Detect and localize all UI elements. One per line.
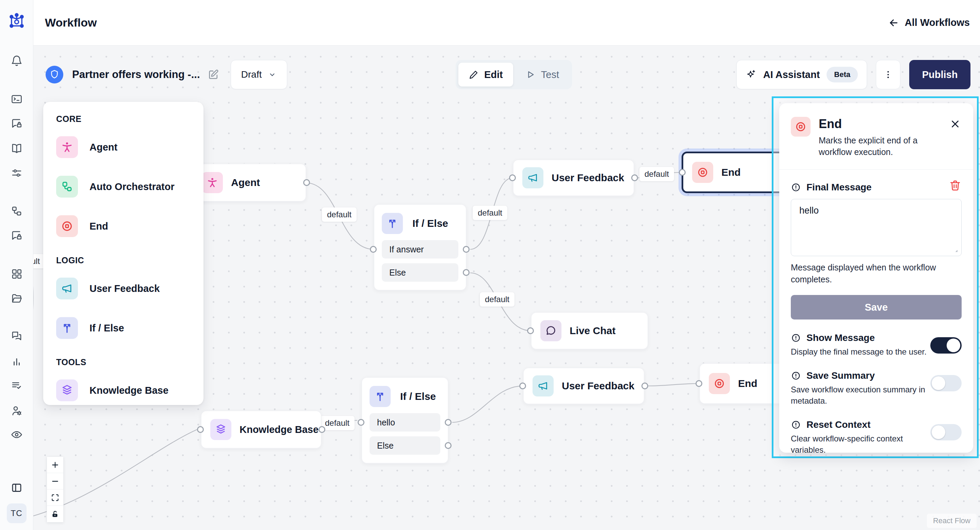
ai-assistant-button[interactable]: AI Assistant Beta [737, 60, 867, 89]
user-settings-icon[interactable] [11, 405, 23, 417]
node-label: User Feedback [562, 380, 634, 392]
connection-handle[interactable] [445, 419, 452, 426]
folder-open-icon[interactable] [11, 292, 23, 305]
app-logo-icon [8, 11, 25, 29]
messages-icon[interactable] [11, 330, 23, 342]
fit-view-button[interactable] [47, 490, 63, 506]
panel-title: End [819, 117, 934, 131]
edge [648, 383, 699, 386]
connection-handle[interactable] [370, 246, 377, 253]
all-workflows-link[interactable]: All Workflows [888, 17, 970, 29]
branch-row[interactable]: Else [382, 263, 458, 282]
play-icon [525, 69, 536, 80]
edge-label: default [640, 167, 674, 181]
edge-label: default [473, 206, 508, 220]
palette-item-if-else[interactable]: If / Else [56, 308, 191, 348]
reset-context-label: Reset Context [807, 419, 870, 430]
reset-context-row: Reset Context Clear workflow-specific co… [791, 419, 962, 455]
connection-handle[interactable] [509, 174, 516, 181]
workflow-canvas[interactable]: Partner offers working -... Draft Edit T… [33, 46, 980, 530]
branch-row[interactable]: Else [369, 436, 440, 455]
branch-icon [56, 317, 78, 339]
branch-row[interactable]: If answer [382, 240, 458, 259]
zoom-in-button[interactable] [47, 457, 63, 473]
grid-icon[interactable] [11, 268, 23, 280]
delete-node-icon[interactable] [949, 179, 962, 192]
publish-button[interactable]: Publish [909, 60, 970, 89]
connection-handle[interactable] [695, 380, 702, 387]
show-message-row: Show Message Display the final message t… [791, 332, 962, 357]
zoom-out-button[interactable] [47, 473, 63, 490]
panel-left-icon[interactable] [11, 482, 23, 494]
chat-lock-icon[interactable] [11, 118, 23, 130]
reset-context-toggle[interactable] [930, 424, 962, 441]
book-icon[interactable] [11, 142, 23, 155]
palette-item-agent[interactable]: Agent [56, 128, 191, 167]
edit-mode-button[interactable]: Edit [458, 63, 513, 86]
chevron-down-icon [268, 70, 277, 79]
workflow-icon[interactable] [11, 205, 23, 217]
connection-handle[interactable] [527, 327, 534, 334]
user-avatar[interactable]: TC [7, 503, 27, 523]
node-if-else[interactable]: If / Else hello Else [361, 377, 449, 464]
palette-item-knowledge-base[interactable]: Knowledge Base [56, 370, 191, 405]
connection-handle[interactable] [318, 426, 325, 433]
show-message-label: Show Message [807, 332, 875, 343]
test-mode-button[interactable]: Test [515, 63, 569, 86]
connection-handle[interactable] [463, 269, 469, 276]
flow-controls [47, 457, 64, 522]
node-end-selected[interactable]: End [682, 152, 785, 193]
connection-handle[interactable] [358, 419, 364, 426]
edge-label: default [480, 292, 514, 307]
eye-icon[interactable] [11, 428, 23, 441]
all-workflows-label: All Workflows [905, 17, 970, 28]
sparkles-icon [746, 69, 756, 80]
branch-label: hello [377, 418, 395, 428]
final-message-input[interactable]: hello [791, 199, 962, 256]
connection-handle[interactable] [679, 169, 686, 176]
more-options-button[interactable] [876, 60, 900, 89]
node-user-feedback[interactable]: User Feedback [513, 160, 634, 196]
list-check-icon[interactable] [11, 380, 23, 392]
sliders-icon[interactable] [11, 167, 23, 179]
chat-lock-icon[interactable] [11, 230, 23, 242]
palette-item-user-feedback[interactable]: User Feedback [56, 269, 191, 308]
save-button[interactable]: Save [791, 295, 962, 319]
connection-handle[interactable] [197, 426, 204, 433]
palette-item-auto-orchestrator[interactable]: Auto Orchestrator [56, 167, 191, 206]
final-message-helper: Message displayed when the workflow comp… [791, 262, 954, 286]
divider [779, 169, 973, 170]
connection-handle[interactable] [303, 179, 310, 186]
palette-item-label: Auto Orchestrator [89, 181, 175, 192]
branch-row[interactable]: hello [369, 413, 440, 431]
rename-icon[interactable] [208, 69, 219, 80]
palette-section-logic: LOGIC [56, 255, 191, 265]
node-if-else[interactable]: If / Else If answer Else [374, 204, 466, 291]
connection-handle[interactable] [631, 174, 638, 181]
show-message-toggle[interactable] [930, 337, 962, 354]
node-label: User Feedback [552, 172, 624, 184]
status-label: Draft [241, 69, 262, 80]
panel-description: Marks the explicit end of a workflow exe… [819, 134, 934, 158]
connection-handle[interactable] [519, 383, 526, 390]
save-summary-toggle[interactable] [930, 375, 962, 391]
ai-assistant-label: AI Assistant [763, 69, 820, 80]
close-icon[interactable] [950, 118, 961, 130]
orchestrator-icon [56, 176, 78, 198]
connection-handle[interactable] [641, 383, 648, 390]
end-icon [791, 117, 811, 137]
workflow-avatar [46, 66, 63, 83]
node-user-feedback[interactable]: User Feedback [523, 367, 644, 404]
node-live-chat[interactable]: Live Chat [531, 312, 648, 350]
agent-icon [202, 172, 223, 193]
node-knowledge-base[interactable]: Knowledge Base [201, 410, 321, 449]
palette-item-end[interactable]: End [56, 206, 191, 246]
connection-handle[interactable] [463, 246, 469, 253]
status-dropdown[interactable]: Draft [231, 60, 288, 89]
terminal-icon[interactable] [11, 93, 23, 105]
bar-chart-icon[interactable] [11, 355, 23, 367]
lock-toggle-button[interactable] [47, 506, 63, 522]
bell-icon[interactable] [11, 55, 23, 67]
connection-handle[interactable] [445, 442, 452, 449]
node-agent[interactable]: Agent [192, 163, 306, 202]
